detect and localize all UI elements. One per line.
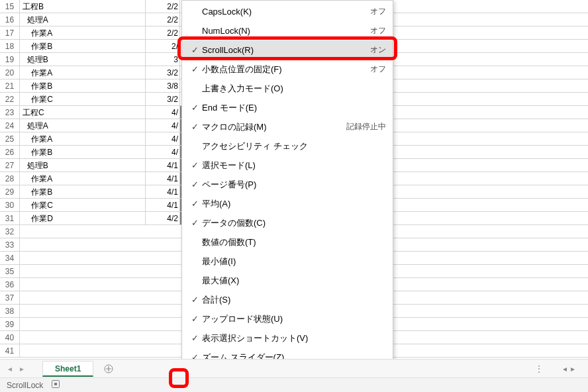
row-header[interactable]: 28: [0, 172, 20, 185]
cell-date[interactable]: [146, 278, 180, 291]
cell-label[interactable]: [20, 291, 146, 304]
menu-item[interactable]: 最大値(X): [182, 271, 393, 290]
cell-date[interactable]: [146, 252, 180, 264]
row-header[interactable]: 20: [0, 66, 20, 79]
scroll-right-icon[interactable]: ▸: [571, 364, 575, 373]
cell-label[interactable]: [20, 278, 146, 291]
cell-label[interactable]: 処理B: [20, 159, 146, 172]
cell-date[interactable]: [146, 344, 180, 357]
menu-item[interactable]: 上書き入力モード(O): [182, 79, 393, 98]
menu-item[interactable]: CapsLock(K)オフ: [182, 2, 393, 21]
row-header[interactable]: 19: [0, 53, 20, 66]
tab-nav-next-icon[interactable]: ▸: [17, 363, 26, 375]
cell-date[interactable]: 4/2: [146, 212, 180, 224]
row-header[interactable]: 23: [0, 106, 20, 119]
status-bar[interactable]: ScrollLock: [0, 377, 588, 392]
sheet-tab[interactable]: Sheet1: [42, 361, 93, 377]
cell-date[interactable]: 3: [146, 53, 180, 66]
row-header[interactable]: 39: [0, 318, 20, 330]
row-header[interactable]: 24: [0, 119, 20, 132]
menu-item[interactable]: ✓小数点位置の固定(F)オフ: [182, 60, 393, 79]
row-header[interactable]: 38: [0, 305, 20, 317]
cell-label[interactable]: 作業B: [20, 79, 146, 92]
cell-date[interactable]: 4/1: [146, 159, 180, 172]
cell-date[interactable]: [146, 331, 180, 344]
menu-item[interactable]: ✓平均(A): [182, 194, 393, 213]
cell-date[interactable]: 3/8: [146, 79, 180, 92]
cell-label[interactable]: 作業C: [20, 199, 146, 211]
row-header[interactable]: 40: [0, 331, 20, 344]
row-header[interactable]: 25: [0, 132, 20, 145]
cell-date[interactable]: [146, 305, 180, 317]
row-header[interactable]: 32: [0, 225, 20, 238]
cell-date[interactable]: [146, 265, 180, 277]
cell-date[interactable]: [146, 291, 180, 304]
cell-label[interactable]: 作業D: [20, 212, 146, 224]
cell-date[interactable]: 4/: [146, 119, 180, 132]
menu-item[interactable]: ✓End モード(E): [182, 98, 393, 117]
cell-label[interactable]: [20, 252, 146, 264]
cell-label[interactable]: [20, 318, 146, 330]
row-header[interactable]: 21: [0, 79, 20, 92]
cell-label[interactable]: 工程B: [20, 0, 146, 13]
macro-record-icon[interactable]: [51, 379, 60, 391]
row-header[interactable]: 29: [0, 185, 20, 198]
row-header[interactable]: 18: [0, 40, 20, 52]
cell-date[interactable]: 4/: [146, 132, 180, 145]
row-header[interactable]: 17: [0, 26, 20, 39]
cell-date[interactable]: 3/2: [146, 66, 180, 79]
cell-date[interactable]: 2/2: [146, 26, 180, 39]
cell-date[interactable]: 2/: [146, 40, 180, 52]
cell-label[interactable]: 工程C: [20, 106, 146, 119]
menu-item[interactable]: ✓選択モード(L): [182, 156, 393, 175]
tab-nav-prev-icon[interactable]: ◂: [5, 363, 15, 375]
cell-label[interactable]: 作業A: [20, 132, 146, 145]
cell-label[interactable]: 作業B: [20, 146, 146, 158]
row-header[interactable]: 31: [0, 212, 20, 224]
cell-date[interactable]: 4/1: [146, 199, 180, 211]
cell-label[interactable]: 作業C: [20, 93, 146, 105]
row-header[interactable]: 41: [0, 344, 20, 357]
menu-item[interactable]: ✓データの個数(C): [182, 213, 393, 232]
cell-label[interactable]: 処理A: [20, 119, 146, 132]
cell-label[interactable]: 作業A: [20, 66, 146, 79]
cell-date[interactable]: 4/1: [146, 185, 180, 198]
cell-label[interactable]: 処理A: [20, 13, 146, 26]
menu-item[interactable]: ✓アップロード状態(U): [182, 309, 393, 328]
cell-label[interactable]: [20, 265, 146, 277]
cell-label[interactable]: 作業A: [20, 172, 146, 185]
cell-date[interactable]: 4/: [146, 106, 180, 119]
cell-label[interactable]: 作業B: [20, 185, 146, 198]
row-header[interactable]: 27: [0, 159, 20, 172]
cell-label[interactable]: [20, 331, 146, 344]
tab-scrollbar-area[interactable]: ⋮ ◂ ▸: [535, 364, 588, 373]
menu-item[interactable]: ✓表示選択ショートカット(V): [182, 328, 393, 348]
cell-label[interactable]: [20, 238, 146, 251]
cell-label[interactable]: [20, 225, 146, 238]
cell-date[interactable]: 4/: [146, 146, 180, 158]
row-header[interactable]: 30: [0, 199, 20, 211]
cell-date[interactable]: 3/2: [146, 93, 180, 105]
row-header[interactable]: 37: [0, 291, 20, 304]
row-header[interactable]: 36: [0, 278, 20, 291]
menu-item[interactable]: ✓合計(S): [182, 290, 393, 309]
menu-item[interactable]: アクセシビリティ チェック: [182, 136, 393, 156]
row-header[interactable]: 35: [0, 265, 20, 277]
cell-date[interactable]: [146, 318, 180, 330]
cell-label[interactable]: [20, 344, 146, 357]
row-header[interactable]: 33: [0, 238, 20, 251]
cell-date[interactable]: 4/1: [146, 172, 180, 185]
cell-label[interactable]: 処理B: [20, 53, 146, 66]
row-header[interactable]: 22: [0, 93, 20, 105]
menu-item[interactable]: NumLock(N)オフ: [182, 21, 393, 40]
cell-date[interactable]: [146, 238, 180, 251]
cell-label[interactable]: [20, 305, 146, 317]
menu-item[interactable]: ✓ScrollLock(R)オン: [182, 40, 393, 60]
cell-label[interactable]: 作業B: [20, 40, 146, 52]
menu-item[interactable]: ✓マクロの記録(M)記録停止中: [182, 117, 393, 136]
row-header[interactable]: 16: [0, 13, 20, 26]
row-header[interactable]: 34: [0, 252, 20, 264]
row-header[interactable]: 26: [0, 146, 20, 158]
menu-item[interactable]: ✓ページ番号(P): [182, 175, 393, 194]
cell-date[interactable]: 2/2: [146, 13, 180, 26]
